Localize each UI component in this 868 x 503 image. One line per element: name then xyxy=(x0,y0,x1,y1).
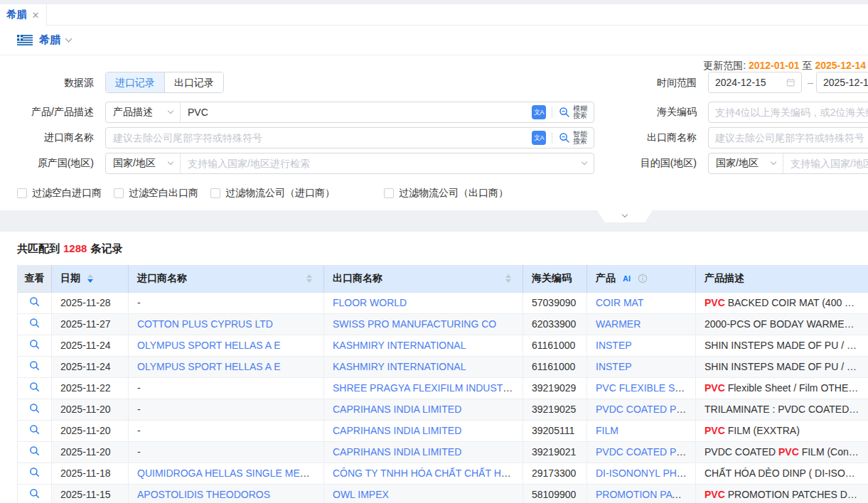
cell-hs-code: 39219025 xyxy=(523,399,587,420)
checkbox-icon[interactable] xyxy=(210,188,220,198)
exporter-field[interactable] xyxy=(708,127,868,148)
cell-date: 2025-11-24 xyxy=(52,356,129,377)
table-row: 2025-11-20-CAPRIHANS INDIA LIMITED392190… xyxy=(18,399,868,420)
translate-icon[interactable]: 文A xyxy=(532,105,546,119)
cell-exporter[interactable]: CAPRIHANS INDIA LIMITED xyxy=(324,420,523,441)
view-record-button[interactable] xyxy=(18,420,52,441)
cell-importer[interactable]: COTTON PLUS CYPRUS LTD xyxy=(129,313,324,335)
data-source-label: 数据源 xyxy=(0,72,100,92)
cell-date: 2025-11-20 xyxy=(52,441,129,463)
cell-importer[interactable]: APOSTOLIDIS THEODOROS xyxy=(129,484,324,503)
cell-product[interactable]: WARMER xyxy=(587,313,696,335)
cell-product[interactable]: DI-ISONONYL PHTHA... xyxy=(587,463,696,484)
page-title-row: 希腊 xyxy=(0,26,868,55)
date-start-input[interactable] xyxy=(715,77,786,88)
cell-product[interactable]: INSTEP xyxy=(587,356,696,377)
cell-exporter[interactable]: CAPRIHANS INDIA LIMITED xyxy=(324,399,523,420)
smart-search-button[interactable]: 智能搜索 xyxy=(552,128,594,148)
cell-date: 2025-11-27 xyxy=(52,313,129,335)
checkbox-filter-blank-exporter[interactable]: 过滤空白出口商 xyxy=(114,187,198,200)
view-record-button[interactable] xyxy=(18,484,52,503)
view-record-button[interactable] xyxy=(18,292,52,313)
exporter-input[interactable] xyxy=(715,132,868,144)
sort-icon[interactable] xyxy=(505,274,511,283)
product-type-select[interactable]: 产品描述 xyxy=(106,102,181,122)
col-header-view: 查看 xyxy=(18,265,52,292)
table-header-row: 查看 日期 进口商名称 出口商名称 海关编码 xyxy=(18,265,868,292)
chevron-down-icon[interactable] xyxy=(65,36,73,43)
import-records-tab[interactable]: 进口记录 xyxy=(106,72,164,92)
date-start-picker[interactable] xyxy=(708,72,802,93)
fuzzy-search-button[interactable]: 模糊搜索 xyxy=(552,102,594,122)
checkbox-icon[interactable] xyxy=(17,188,27,198)
results-table: 查看 日期 进口商名称 出口商名称 海关编码 xyxy=(17,265,868,503)
view-record-button[interactable] xyxy=(18,399,52,420)
checkbox-filter-blank-importer[interactable]: 过滤空白进口商 xyxy=(17,187,102,200)
col-header-importer[interactable]: 进口商名称 xyxy=(129,265,324,292)
cell-exporter[interactable]: SWISS PRO MANUFACTURING CO xyxy=(324,313,523,335)
search-icon xyxy=(29,360,40,371)
cell-product[interactable]: COIR MAT xyxy=(587,292,696,313)
origin-input[interactable] xyxy=(181,153,582,173)
destination-label: 目的国(地区) xyxy=(590,153,702,173)
checkbox-filter-logistics-importer[interactable]: 过滤物流公司（进口商） xyxy=(210,187,335,200)
cell-date: 2025-11-20 xyxy=(52,399,129,420)
sort-icon[interactable] xyxy=(306,274,312,283)
importer-label: 进口商名称 xyxy=(0,127,100,147)
cell-description: CHẤT HÓA DẺO DINP ( DI-ISONONY... xyxy=(696,463,868,484)
hs-code-input[interactable] xyxy=(715,107,868,118)
checkbox-filter-logistics-exporter[interactable]: 过滤物流公司（出口商） xyxy=(384,187,508,200)
destination-country-select[interactable]: 国家/地区 xyxy=(709,153,783,173)
view-record-button[interactable] xyxy=(18,463,52,484)
view-record-button[interactable] xyxy=(18,313,52,335)
view-record-button[interactable] xyxy=(18,356,52,377)
date-end-picker[interactable] xyxy=(816,72,868,93)
cell-exporter[interactable]: FLOOR WORLD xyxy=(324,292,523,313)
cell-exporter[interactable]: OWL IMPEX xyxy=(324,484,523,503)
col-header-description: 产品描述 xyxy=(696,265,868,292)
export-records-tab[interactable]: 出口记录 xyxy=(164,72,223,92)
tab-greece[interactable]: 希腊 ✕ xyxy=(0,4,47,26)
checkbox-icon[interactable] xyxy=(114,188,124,198)
view-record-button[interactable] xyxy=(18,441,52,463)
importer-input[interactable] xyxy=(106,128,526,148)
info-icon[interactable] xyxy=(638,274,648,283)
chevron-down-icon xyxy=(582,159,587,165)
collapse-panel-button[interactable] xyxy=(597,210,653,222)
col-header-exporter[interactable]: 出口商名称 xyxy=(324,265,523,292)
view-record-button[interactable] xyxy=(18,335,52,356)
cell-importer[interactable]: OLYMPUS SPORT HELLAS A E xyxy=(129,356,324,377)
product-label: 产品/产品描述 xyxy=(0,102,100,121)
cell-importer[interactable]: OLYMPUS SPORT HELLAS A E xyxy=(129,335,324,356)
cell-description: TRILAMINATE : PVDC COATED PVC F... xyxy=(696,399,868,420)
destination-input[interactable] xyxy=(783,153,868,173)
cell-product[interactable]: PROMOTION PATCH xyxy=(587,484,696,503)
cell-product[interactable]: PVDC COATED PVC FIL... xyxy=(587,441,696,463)
close-icon[interactable]: ✕ xyxy=(32,11,40,20)
col-header-date[interactable]: 日期 xyxy=(52,265,129,292)
search-icon xyxy=(29,467,40,477)
search-icon xyxy=(29,488,40,499)
cell-exporter[interactable]: KASHMIRY INTERNATIONAL xyxy=(324,356,523,377)
cell-importer: - xyxy=(129,377,324,399)
product-input[interactable] xyxy=(181,102,526,122)
cell-product[interactable]: PVC FLEXIBLE SHEET F... xyxy=(587,377,696,399)
date-end-input[interactable] xyxy=(823,77,868,88)
cell-product[interactable]: FILM xyxy=(587,420,696,441)
cell-product[interactable]: INSTEP xyxy=(587,335,696,356)
cell-importer[interactable]: QUIMIDROGA HELLAS SINGLE MEMBER PC xyxy=(129,463,324,484)
cell-product[interactable]: PVDC COATED PVC FIL... xyxy=(587,399,696,420)
sort-icon[interactable] xyxy=(87,274,93,283)
view-record-button[interactable] xyxy=(18,377,52,399)
cell-description: SHIN INSTEPS MADE OF PU / PVC M... xyxy=(696,356,868,377)
cell-exporter[interactable]: KASHMIRY INTERNATIONAL xyxy=(324,335,523,356)
origin-country-select[interactable]: 国家/地区 xyxy=(106,153,181,173)
hs-code-field[interactable] xyxy=(708,102,868,123)
cell-exporter[interactable]: CAPRIHANS INDIA LIMITED xyxy=(324,441,523,463)
checkbox-icon[interactable] xyxy=(384,188,394,198)
cell-exporter[interactable]: CÔNG TY TNHH HÓA CHẤT CHẤT HÓA DẺ... xyxy=(324,463,523,484)
search-icon xyxy=(29,339,40,350)
translate-icon[interactable]: 文A xyxy=(532,131,546,145)
cell-date: 2025-11-18 xyxy=(52,463,129,484)
cell-exporter[interactable]: SHREE PRAGYA FLEXIFILM INDUSTRIES xyxy=(324,377,523,399)
